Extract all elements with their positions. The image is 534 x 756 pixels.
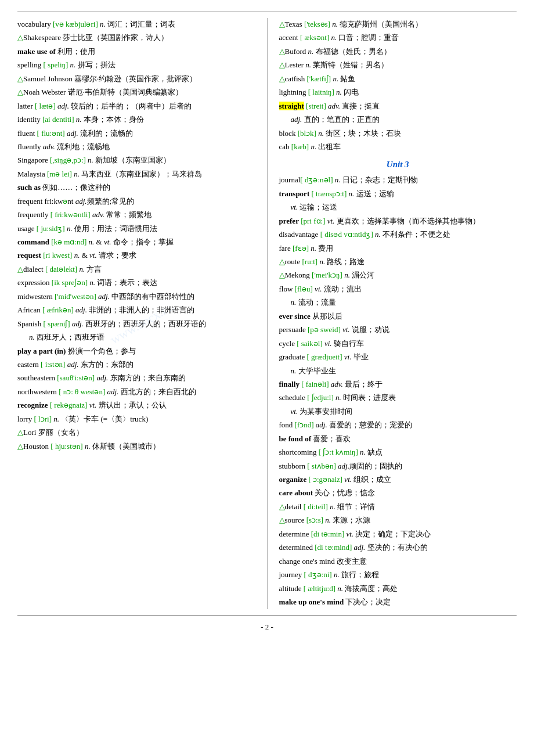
list-item: △Texas ['teksəs] n. 德克萨斯州（美国州名）: [279, 18, 517, 30]
list-item: block [blɔk] n. 街区；块；木块；石块: [279, 127, 517, 139]
list-item: cycle [ saikəl] vi. 骑自行车: [279, 337, 517, 350]
list-item: determine [di tə:min] vt. 决定；确定；下定决心: [279, 528, 517, 540]
list-item: transport [ trænspɔ:t] n. 运送；运输: [279, 188, 517, 200]
list-item: recognize [ rekəgnaiz] vt. 辨认出；承认；公认: [17, 399, 255, 411]
list-item: △route [ru:t] n. 路线；路途: [279, 255, 517, 268]
list-item: latter [ lætə] adj. 较后的；后半的；（两者中）后者的: [17, 100, 255, 112]
list-item: change one's mind 改变主意: [279, 555, 517, 567]
list-item: such as 例如……；像这种的: [17, 181, 255, 193]
list-item: n. 流动；流量: [279, 296, 517, 308]
list-item: command [kə mɑ:nd] n. & vt. 命令；指令；掌握: [17, 236, 255, 248]
list-item: make up one's mind 下决心；决定: [279, 596, 517, 608]
list-item: altitude [ æltitju:d] n. 海拔高度；高处: [279, 582, 517, 595]
list-item: fluent [ flu:ənt] adj. 流利的；流畅的: [17, 127, 255, 139]
column-divider: [267, 18, 268, 609]
list-item: shortcoming [ ʃɔ:t kʌmiŋ] n. 缺点: [279, 446, 517, 458]
list-item: flow [fləu] vi. 流动；流出: [279, 283, 517, 295]
list-item: identity [ai dentiti] n. 本身；本体；身份: [17, 113, 255, 125]
list-item: △Noah Webster 诺厄·韦伯斯特（美国词典编纂家）: [17, 86, 255, 98]
list-item: △dialect [ daiəlekt] n. 方言: [17, 263, 255, 275]
list-item: expression [ik spreʃən] n. 词语；表示；表达: [17, 276, 255, 289]
list-item: finally [ fainəli] adv. 最后；终于: [279, 378, 517, 390]
content-columns: vocabulary [və kæbjuləri] n. 词汇；词汇量；词表△S…: [17, 18, 517, 609]
list-item: Spanish [ spæniʃ] adj. 西班牙的；西班牙人的；西班牙语的: [17, 318, 255, 330]
list-item: fond [fɔnd] adj. 喜爱的；慈爱的；宠爱的: [279, 419, 517, 431]
list-item: northwestern [ nɔ: θ westən] adj. 西北方的；来…: [17, 386, 255, 398]
list-item: frequently [ fri:kwəntli] adv. 常常；频繁地: [17, 208, 255, 221]
list-item: southeastern [sauθ'i:stən] adj. 东南方的；来自东…: [17, 372, 255, 384]
list-item: care about 关心；忧虑；惦念: [279, 487, 517, 499]
list-item: ever since 从那以后: [279, 310, 517, 322]
list-item: determined [di tə:mind] adj. 坚决的；有决心的: [279, 541, 517, 553]
list-item: △catfish ['kætfiʃ] n. 鲇鱼: [279, 73, 517, 85]
list-item: straight [streit] adv. 直接；挺直: [279, 100, 517, 112]
list-item: prefer [pri fɑ:] vt. 更喜欢；选择某事物（而不选择其他事物）: [279, 215, 517, 227]
list-item: spelling [ speliŋ] n. 拼写；拼法: [17, 59, 255, 71]
list-item: schedule [ ʃedju:l] n. 时间表；进度表: [279, 391, 517, 404]
list-item: make use of 利用；使用: [17, 45, 255, 57]
list-item: lorry [ lɔri] n. 〈英〉卡车 (=〈美〉truck): [17, 413, 255, 425]
list-item: △detail [ di:teil] n. 细节；详情: [279, 501, 517, 513]
list-item: △Samuel Johnson 塞缪尔·约翰逊（英国作家，批评家）: [17, 73, 255, 85]
list-item: adj. 直的；笔直的；正直的: [279, 113, 517, 125]
list-item: fluently adv. 流利地；流畅地: [17, 141, 255, 153]
list-item: vocabulary [və kæbjuləri] n. 词汇；词汇量；词表: [17, 18, 255, 30]
top-divider: [17, 12, 517, 12]
unit-title: Unit 3: [279, 157, 517, 171]
list-item: n. 西班牙人；西班牙语: [17, 331, 255, 343]
list-item: journal[ dʒə:nəl] n. 日记；杂志；定期刊物: [279, 174, 517, 186]
list-item: fare [fɛə] n. 费用: [279, 242, 517, 254]
right-column: △Texas ['teksəs] n. 德克萨斯州（美国州名）accent [ …: [279, 18, 517, 609]
list-item: lightning [ laitniŋ] n. 闪电: [279, 86, 517, 98]
list-item: vt. 运输；运送: [279, 201, 517, 213]
list-item: accent [ æksənt] n. 口音；腔调；重音: [279, 31, 517, 44]
list-item: frequent fri:kwənt adj.频繁的;常见的: [17, 195, 255, 207]
list-item: graduate [ grædjueit] vi. 毕业: [279, 351, 517, 363]
list-item: cab [kæb] n. 出租车: [279, 141, 517, 153]
list-item: △Shakespeare 莎士比亚（英国剧作家，诗人）: [17, 31, 255, 44]
list-item: △Lori 罗丽（女名）: [17, 426, 255, 438]
list-item: usage [ ju:sidʒ] n. 使用；用法；词语惯用法: [17, 222, 255, 235]
list-item: persuade [pə sweid] vt. 说服；劝说: [279, 323, 517, 336]
list-item: △Mekong ['mei'kɔŋ] n. 湄公河: [279, 269, 517, 281]
list-item: stubborn [ stʌbən] adj.顽固的；固执的: [279, 460, 517, 472]
list-item: play a part (in) 扮演一个角色；参与: [17, 345, 255, 357]
list-item: eastern [ i:stən] adj. 东方的；东部的: [17, 358, 255, 370]
list-item: journey [ dʒə:ni] n. 旅行；旅程: [279, 568, 517, 581]
list-item: Singapore [,siŋgə,pɔ:] n. 新加坡（东南亚国家）: [17, 154, 255, 166]
list-item: request [ri kwest] n. & vt. 请求；要求: [17, 249, 255, 261]
list-item: △Lester n. 莱斯特（姓错；男名）: [279, 59, 517, 71]
list-item: △Houston [ hju:stən] n. 休斯顿（美国城市）: [17, 440, 255, 452]
page-number: - 2 -: [17, 621, 517, 633]
list-item: △source [sɔ:s] n. 来源；水源: [279, 514, 517, 526]
list-item: Malaysia [mə lei] n. 马来西亚（东南亚国家）；马来群岛: [17, 168, 255, 180]
list-item: African [ æfrikən] adj. 非洲的；非洲人的；非洲语言的: [17, 304, 255, 316]
list-item: △Buford n. 布福德（姓氏；男名）: [279, 45, 517, 57]
list-item: vt. 为某事安排时间: [279, 405, 517, 417]
list-item: midwestern ['mid'westən] adj. 中西部的有中西部特性…: [17, 290, 255, 303]
left-column: vocabulary [və kæbjuləri] n. 词汇；词汇量；词表△S…: [17, 18, 255, 609]
list-item: be fond of 喜爱；喜欢: [279, 433, 517, 445]
list-item: organize [ ɔ:gənaiz] vt. 组织；成立: [279, 473, 517, 485]
list-item: n. 大学毕业生: [279, 365, 517, 377]
page-container: www.bocx.r... vocabulary [və kæbjuləri] …: [17, 12, 517, 633]
bottom-divider: [17, 615, 517, 615]
list-item: disadvantage [ disəd vɑ:ntidʒ] n. 不利条件；不…: [279, 228, 517, 240]
